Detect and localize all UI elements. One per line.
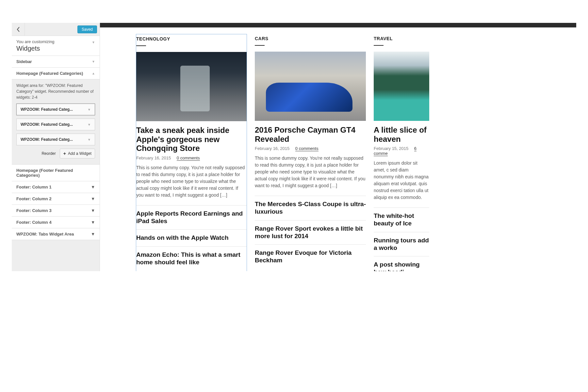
add-widget-label: Add a Widget bbox=[68, 151, 91, 156]
chevron-down-icon: ▼ bbox=[88, 138, 91, 141]
section-label: Homepage (Footer Featured Categories) bbox=[16, 168, 95, 178]
sub-post-list: The Mercedes S-Class Coupe is ultra-luxu… bbox=[255, 196, 366, 269]
widget-item[interactable]: WPZOOM: Featured Categ... ▼ bbox=[16, 104, 95, 115]
customizing-label: You are customizing bbox=[16, 39, 55, 44]
plus-icon: + bbox=[63, 151, 66, 156]
reorder-button[interactable]: Reorder bbox=[41, 151, 56, 156]
widget-item[interactable]: WPZOOM: Featured Categ... ▼ bbox=[16, 119, 95, 130]
sub-post-link[interactable]: Hands on with the Apple Watch bbox=[136, 229, 247, 246]
featured-column-travel[interactable]: TRAVEL A little slice of heaven February… bbox=[374, 34, 429, 271]
sub-post-link[interactable]: The Mercedes S-Class Coupe is ultra-luxu… bbox=[255, 196, 366, 220]
column-heading: TECHNOLOGY bbox=[136, 34, 247, 43]
post-date: February 15, 2015 bbox=[374, 146, 408, 151]
hero-strip bbox=[100, 23, 576, 27]
section-footer-col-3[interactable]: Footer: Column 3 ▼ bbox=[12, 205, 100, 217]
comments-link[interactable]: 0 comments bbox=[177, 155, 200, 161]
widget-label: WPZOOM: Featured Categ... bbox=[21, 122, 73, 127]
chevron-down-icon: ▼ bbox=[91, 185, 95, 189]
widget-actions: Reorder + Add a Widget bbox=[16, 149, 95, 158]
chevron-down-icon: ▼ bbox=[91, 196, 95, 201]
post-excerpt: This is some dummy copy. You're not real… bbox=[136, 164, 247, 199]
section-label: WPZOOM: Tabs Widget Area bbox=[16, 232, 74, 237]
post-excerpt: Lorem ipsum dolor sit amet, c sed diam n… bbox=[374, 160, 429, 201]
sub-post-link[interactable]: Range Rover Sport evokes a little bit mo… bbox=[255, 220, 366, 245]
featured-image[interactable] bbox=[374, 52, 429, 121]
sub-post-list: The white-hot beauty of Ice Running tour… bbox=[374, 207, 429, 271]
section-footer-col-1[interactable]: Footer: Column 1 ▼ bbox=[12, 181, 100, 193]
section-label: Homepage (Featured Categories) bbox=[16, 71, 83, 76]
chevron-up-icon: ▲ bbox=[92, 72, 95, 75]
chevron-left-icon bbox=[17, 27, 20, 32]
section-sidebar[interactable]: Sidebar ▼ bbox=[12, 56, 100, 68]
app-root: Saved You are customizing Widgets ▼ Side… bbox=[12, 23, 576, 271]
post-date: February 16, 2015 bbox=[136, 155, 171, 160]
section-tabs-widget-area[interactable]: WPZOOM: Tabs Widget Area ▼ bbox=[12, 228, 100, 240]
column-heading: CARS bbox=[255, 34, 366, 43]
section-homepage-featured[interactable]: Homepage (Featured Categories) ▲ bbox=[12, 68, 100, 79]
panel-heading[interactable]: You are customizing Widgets ▼ bbox=[12, 36, 100, 56]
section-body: Widget area for: "WPZOOM: Featured Categ… bbox=[12, 79, 100, 165]
featured-image[interactable] bbox=[136, 52, 247, 121]
sub-post-list: Apple Reports Record Earnings and iPad S… bbox=[136, 205, 247, 271]
post-title[interactable]: Take a sneak peak inside Apple's gorgeou… bbox=[136, 126, 247, 153]
chevron-down-icon: ▼ bbox=[88, 123, 91, 126]
widget-label: WPZOOM: Featured Categ... bbox=[21, 137, 73, 142]
sub-post-link[interactable]: Amazon Echo: This is what a smart home s… bbox=[136, 246, 247, 271]
sub-post-link[interactable]: Running tours add a worko bbox=[374, 232, 429, 256]
post-date: February 16, 2015 bbox=[255, 146, 289, 151]
column-heading: TRAVEL bbox=[374, 34, 429, 43]
heading-rule bbox=[374, 45, 384, 46]
back-button[interactable] bbox=[12, 23, 25, 36]
post-excerpt: This is some dummy copy. You're not real… bbox=[255, 155, 366, 189]
sub-post-link[interactable]: Apple Reports Record Earnings and iPad S… bbox=[136, 205, 247, 230]
chevron-down-icon: ▼ bbox=[91, 208, 95, 213]
post-meta: February 16, 2015 0 comments bbox=[136, 155, 247, 160]
sub-post-link[interactable]: The white-hot beauty of Ice bbox=[374, 207, 429, 232]
section-label: Footer: Column 2 bbox=[16, 196, 52, 201]
sub-post-link[interactable]: A post showing how headi bbox=[374, 256, 429, 271]
site-preview: TECHNOLOGY Take a sneak peak inside Appl… bbox=[100, 23, 576, 271]
panel-title: Widgets bbox=[16, 45, 55, 52]
chevron-down-icon: ▼ bbox=[92, 39, 95, 44]
post-title[interactable]: 2016 Porsche Cayman GT4 Revealed bbox=[255, 125, 366, 143]
post-meta: February 15, 2015 6 comme bbox=[374, 146, 429, 156]
post-title[interactable]: A little slice of heaven bbox=[374, 125, 429, 143]
post-meta: February 16, 2015 0 comments bbox=[255, 146, 366, 151]
section-homepage-footer-featured[interactable]: Homepage (Footer Featured Categories) bbox=[12, 165, 100, 181]
comments-link[interactable]: 0 comments bbox=[295, 146, 318, 151]
featured-image[interactable] bbox=[255, 52, 366, 121]
featured-columns: TECHNOLOGY Take a sneak peak inside Appl… bbox=[100, 27, 576, 271]
featured-column-technology[interactable]: TECHNOLOGY Take a sneak peak inside Appl… bbox=[136, 34, 247, 271]
heading-rule bbox=[136, 45, 146, 46]
section-description: Widget area for: "WPZOOM: Featured Categ… bbox=[16, 83, 95, 100]
chevron-down-icon: ▼ bbox=[91, 232, 95, 237]
section-label: Footer: Column 3 bbox=[16, 208, 52, 213]
section-label: Footer: Column 1 bbox=[16, 185, 52, 189]
section-label: Footer: Column 4 bbox=[16, 220, 52, 225]
sub-post-link[interactable]: Range Rover Evoque for Victoria Beckham bbox=[255, 244, 366, 269]
add-widget-button[interactable]: + Add a Widget bbox=[60, 149, 95, 158]
section-footer-col-4[interactable]: Footer: Column 4 ▼ bbox=[12, 217, 100, 228]
chevron-down-icon: ▼ bbox=[88, 108, 91, 111]
sidebar-top-bar: Saved bbox=[12, 23, 100, 36]
section-footer-col-2[interactable]: Footer: Column 2 ▼ bbox=[12, 193, 100, 205]
heading-rule bbox=[255, 45, 265, 46]
chevron-down-icon: ▼ bbox=[92, 60, 95, 63]
customizer-sidebar: Saved You are customizing Widgets ▼ Side… bbox=[12, 23, 100, 271]
widget-label: WPZOOM: Featured Categ... bbox=[21, 107, 73, 112]
featured-column-cars[interactable]: CARS 2016 Porsche Cayman GT4 Revealed Fe… bbox=[255, 34, 366, 271]
chevron-down-icon: ▼ bbox=[91, 220, 95, 225]
widget-item[interactable]: WPZOOM: Featured Categ... ▼ bbox=[16, 134, 95, 145]
saved-button[interactable]: Saved bbox=[77, 25, 97, 33]
section-label: Sidebar bbox=[16, 59, 32, 64]
